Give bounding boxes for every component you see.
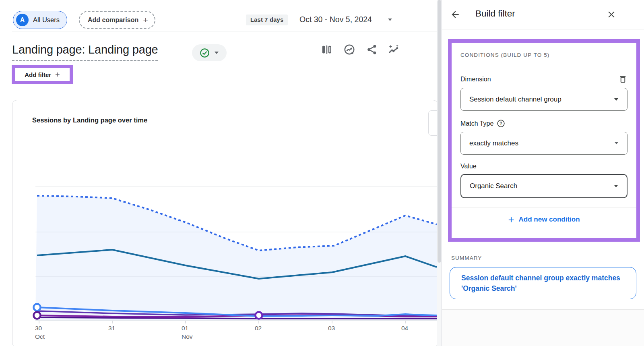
add-comparison-label: Add comparison [88, 17, 138, 24]
plus-icon: + [508, 214, 514, 225]
page-title[interactable]: Landing page: Landing page [12, 43, 158, 61]
panel-title: Build filter [475, 8, 515, 19]
chart-data-point-marker [34, 304, 41, 311]
insights-sparkline-icon[interactable] [388, 44, 400, 56]
chart-tick-label: 04 [401, 325, 409, 331]
conditions-section-label: CONDITIONS (BUILD UP TO 5) [460, 52, 627, 58]
vertical-scrollbar[interactable] [437, 0, 442, 346]
match-type-label: Match Type [460, 120, 493, 127]
summary-text: Session default channel group exactly ma… [461, 273, 628, 294]
back-arrow-icon[interactable] [450, 9, 460, 20]
chart-area-fill [35, 196, 437, 321]
chart-tick-label: 31 [108, 325, 115, 331]
svg-text:?: ? [500, 121, 503, 126]
comparison-columns-icon[interactable] [321, 44, 333, 56]
dimension-select[interactable]: Session default channel group [460, 88, 627, 111]
plus-icon: + [143, 16, 148, 25]
date-preset-badge: Last 7 days [246, 15, 288, 25]
chevron-down-icon [614, 141, 619, 145]
chart-data-point-marker [34, 312, 41, 319]
chart-tick-label: 30 [35, 325, 42, 331]
match-type-select-value: exactly matches [469, 139, 518, 147]
gauge-trend-icon[interactable] [343, 44, 355, 56]
chart-tick-label: 01 [182, 325, 188, 331]
summary-section-label: SUMMARY [451, 255, 482, 261]
dimension-label: Dimension [460, 76, 491, 83]
segment-pill-all-users[interactable]: A All Users [13, 11, 67, 29]
green-check-circle-icon [199, 48, 210, 58]
panel-footer [442, 310, 644, 346]
summary-box: Session default channel group exactly ma… [450, 267, 636, 299]
scrollbar-thumb[interactable] [438, 0, 441, 263]
add-comparison-button[interactable]: Add comparison + [79, 11, 155, 29]
chart-data-point-marker [256, 312, 262, 319]
sessions-line-chart: 30Oct3101Nov020304 [12, 100, 437, 346]
segment-avatar: A [16, 14, 29, 26]
chevron-down-icon [214, 51, 219, 55]
chevron-down-icon [613, 184, 619, 188]
match-type-select[interactable]: exactly matches [460, 132, 627, 155]
plus-icon: + [55, 70, 60, 79]
add-filter-button[interactable]: Add filter + [25, 70, 60, 79]
conditions-highlight-box: CONDITIONS (BUILD UP TO 5) Dimension Ses… [448, 39, 640, 242]
segment-label: All Users [33, 16, 60, 24]
add-new-condition-label: Add new condition [519, 215, 580, 224]
conditions-divider [452, 65, 636, 65]
ga4-report-screen: A All Users Add comparison + Last 7 days… [0, 0, 644, 346]
date-range-caret-icon[interactable] [387, 18, 393, 22]
chart-tick-label: 02 [255, 325, 262, 331]
chart-tick-label: 03 [328, 325, 335, 331]
help-icon[interactable]: ? [497, 119, 505, 128]
add-filter-highlight-box: Add filter + [12, 65, 73, 84]
dimension-select-value: Session default channel group [469, 95, 561, 104]
add-filter-label: Add filter [25, 71, 51, 78]
chart-tick-sublabel: Oct [35, 333, 45, 340]
chart-tick-sublabel: Nov [182, 333, 193, 340]
close-icon[interactable] [606, 9, 617, 20]
value-select[interactable]: Organic Search [460, 174, 627, 198]
build-filter-panel: Build filter CONDITIONS (BUILD UP TO 5) … [442, 0, 644, 346]
chevron-down-icon [613, 97, 619, 102]
add-new-condition-button[interactable]: + Add new condition [452, 207, 636, 231]
value-select-value: Organic Search [470, 182, 517, 190]
header-divider [12, 31, 437, 31]
date-range-text[interactable]: Oct 30 - Nov 5, 2024 [299, 15, 372, 24]
trash-icon[interactable] [618, 75, 627, 84]
value-label: Value [460, 163, 627, 170]
dimension-status-dropdown[interactable] [192, 44, 227, 61]
share-icon[interactable] [366, 44, 378, 56]
panel-header-divider [442, 29, 644, 29]
